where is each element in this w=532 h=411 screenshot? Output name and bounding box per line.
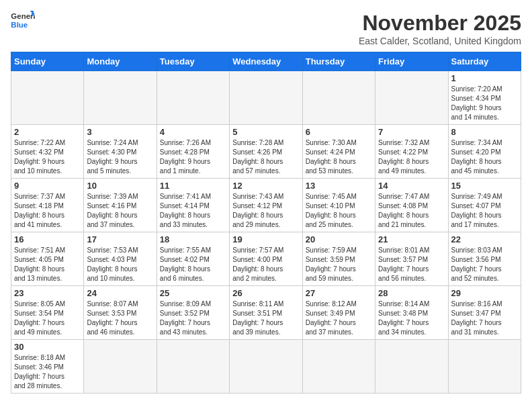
day-info: Sunrise: 7:37 AM Sunset: 4:18 PM Dayligh…	[14, 192, 81, 230]
day-number: 25	[160, 288, 226, 298]
calendar-day-cell	[302, 340, 375, 394]
calendar-day-cell	[84, 340, 157, 394]
svg-text:General: General	[11, 12, 35, 20]
day-info: Sunrise: 7:53 AM Sunset: 4:03 PM Dayligh…	[87, 246, 153, 283]
day-number: 22	[451, 234, 518, 244]
calendar-week-row: 23Sunrise: 8:05 AM Sunset: 3:54 PM Dayli…	[11, 286, 521, 340]
day-number: 11	[160, 181, 226, 191]
calendar-day-cell	[84, 71, 157, 125]
calendar-day-cell: 19Sunrise: 7:57 AM Sunset: 4:00 PM Dayli…	[230, 232, 302, 286]
title-block: November 2025 East Calder, Scotland, Uni…	[359, 11, 521, 46]
calendar-day-cell: 20Sunrise: 7:59 AM Sunset: 3:59 PM Dayli…	[302, 232, 375, 286]
day-number: 9	[14, 181, 81, 191]
day-info: Sunrise: 8:12 AM Sunset: 3:49 PM Dayligh…	[306, 300, 372, 337]
day-info: Sunrise: 8:01 AM Sunset: 3:57 PM Dayligh…	[378, 246, 445, 283]
day-info: Sunrise: 7:32 AM Sunset: 4:22 PM Dayligh…	[378, 138, 445, 176]
calendar-day-cell: 18Sunrise: 7:55 AM Sunset: 4:02 PM Dayli…	[157, 232, 229, 286]
day-number: 5	[232, 127, 299, 137]
calendar-table: SundayMondayTuesdayWednesdayThursdayFrid…	[11, 52, 521, 394]
weekday-header-tuesday: Tuesday	[157, 52, 229, 71]
day-number: 10	[87, 181, 153, 191]
day-info: Sunrise: 7:20 AM Sunset: 4:34 PM Dayligh…	[451, 85, 518, 122]
day-number: 17	[87, 234, 153, 244]
day-number: 7	[378, 127, 445, 137]
day-info: Sunrise: 7:57 AM Sunset: 4:00 PM Dayligh…	[232, 246, 299, 283]
calendar-day-cell: 1Sunrise: 7:20 AM Sunset: 4:34 PM Daylig…	[448, 71, 521, 125]
calendar-day-cell	[375, 340, 448, 394]
weekday-header-monday: Monday	[84, 52, 157, 71]
calendar-day-cell: 24Sunrise: 8:07 AM Sunset: 3:53 PM Dayli…	[84, 286, 157, 340]
calendar-day-cell: 4Sunrise: 7:26 AM Sunset: 4:28 PM Daylig…	[157, 125, 229, 179]
day-info: Sunrise: 7:51 AM Sunset: 4:05 PM Dayligh…	[14, 246, 81, 283]
day-info: Sunrise: 8:07 AM Sunset: 3:53 PM Dayligh…	[87, 300, 153, 337]
calendar-day-cell: 23Sunrise: 8:05 AM Sunset: 3:54 PM Dayli…	[11, 286, 84, 340]
day-info: Sunrise: 8:05 AM Sunset: 3:54 PM Dayligh…	[14, 300, 81, 337]
day-number: 30	[14, 342, 81, 352]
calendar-day-cell	[302, 71, 375, 125]
calendar-day-cell	[11, 71, 84, 125]
calendar-day-cell	[375, 71, 448, 125]
day-info: Sunrise: 8:11 AM Sunset: 3:51 PM Dayligh…	[232, 300, 299, 337]
day-number: 4	[160, 127, 226, 137]
day-number: 6	[306, 127, 372, 137]
day-number: 16	[14, 234, 81, 244]
day-info: Sunrise: 7:55 AM Sunset: 4:02 PM Dayligh…	[160, 246, 226, 283]
calendar-week-row: 16Sunrise: 7:51 AM Sunset: 4:05 PM Dayli…	[11, 232, 521, 286]
day-number: 12	[232, 181, 299, 191]
weekday-header-saturday: Saturday	[448, 52, 521, 71]
calendar-day-cell: 15Sunrise: 7:49 AM Sunset: 4:07 PM Dayli…	[448, 179, 521, 232]
calendar-day-cell: 13Sunrise: 7:45 AM Sunset: 4:10 PM Dayli…	[302, 179, 375, 232]
day-info: Sunrise: 7:39 AM Sunset: 4:16 PM Dayligh…	[87, 192, 153, 230]
weekday-header-row: SundayMondayTuesdayWednesdayThursdayFrid…	[11, 52, 521, 71]
calendar-day-cell: 12Sunrise: 7:43 AM Sunset: 4:12 PM Dayli…	[230, 179, 302, 232]
day-info: Sunrise: 7:22 AM Sunset: 4:32 PM Dayligh…	[14, 138, 81, 176]
weekday-header-sunday: Sunday	[11, 52, 84, 71]
calendar-day-cell: 10Sunrise: 7:39 AM Sunset: 4:16 PM Dayli…	[84, 179, 157, 232]
calendar-day-cell: 8Sunrise: 7:34 AM Sunset: 4:20 PM Daylig…	[448, 125, 521, 179]
calendar-day-cell: 30Sunrise: 8:18 AM Sunset: 3:46 PM Dayli…	[11, 340, 84, 394]
day-number: 26	[232, 288, 299, 298]
day-number: 21	[378, 234, 445, 244]
day-info: Sunrise: 7:59 AM Sunset: 3:59 PM Dayligh…	[306, 246, 372, 283]
day-number: 19	[232, 234, 299, 244]
calendar-day-cell: 16Sunrise: 7:51 AM Sunset: 4:05 PM Dayli…	[11, 232, 84, 286]
day-info: Sunrise: 7:41 AM Sunset: 4:14 PM Dayligh…	[160, 192, 226, 230]
calendar-week-row: 30Sunrise: 8:18 AM Sunset: 3:46 PM Dayli…	[11, 340, 521, 394]
calendar-day-cell: 28Sunrise: 8:14 AM Sunset: 3:48 PM Dayli…	[375, 286, 448, 340]
calendar-week-row: 2Sunrise: 7:22 AM Sunset: 4:32 PM Daylig…	[11, 125, 521, 179]
day-info: Sunrise: 8:03 AM Sunset: 3:56 PM Dayligh…	[451, 246, 518, 283]
day-number: 3	[87, 127, 153, 137]
day-info: Sunrise: 7:28 AM Sunset: 4:26 PM Dayligh…	[232, 138, 299, 176]
day-number: 23	[14, 288, 81, 298]
weekday-header-thursday: Thursday	[302, 52, 375, 71]
day-info: Sunrise: 7:45 AM Sunset: 4:10 PM Dayligh…	[306, 192, 372, 230]
weekday-header-wednesday: Wednesday	[230, 52, 302, 71]
location-subtitle: East Calder, Scotland, United Kingdom	[359, 36, 521, 46]
calendar-week-row: 1Sunrise: 7:20 AM Sunset: 4:34 PM Daylig…	[11, 71, 521, 125]
calendar-day-cell	[230, 71, 302, 125]
calendar-day-cell: 22Sunrise: 8:03 AM Sunset: 3:56 PM Dayli…	[448, 232, 521, 286]
day-number: 15	[451, 181, 518, 191]
calendar-day-cell	[230, 340, 302, 394]
calendar-day-cell: 17Sunrise: 7:53 AM Sunset: 4:03 PM Dayli…	[84, 232, 157, 286]
day-number: 13	[306, 181, 372, 191]
calendar-day-cell: 3Sunrise: 7:24 AM Sunset: 4:30 PM Daylig…	[84, 125, 157, 179]
calendar-day-cell: 9Sunrise: 7:37 AM Sunset: 4:18 PM Daylig…	[11, 179, 84, 232]
day-info: Sunrise: 7:43 AM Sunset: 4:12 PM Dayligh…	[232, 192, 299, 230]
day-info: Sunrise: 7:34 AM Sunset: 4:20 PM Dayligh…	[451, 138, 518, 176]
day-number: 1	[451, 73, 518, 83]
day-number: 18	[160, 234, 226, 244]
calendar-day-cell: 7Sunrise: 7:32 AM Sunset: 4:22 PM Daylig…	[375, 125, 448, 179]
calendar-day-cell: 14Sunrise: 7:47 AM Sunset: 4:08 PM Dayli…	[375, 179, 448, 232]
calendar-day-cell: 2Sunrise: 7:22 AM Sunset: 4:32 PM Daylig…	[11, 125, 84, 179]
calendar-day-cell: 6Sunrise: 7:30 AM Sunset: 4:24 PM Daylig…	[302, 125, 375, 179]
calendar-day-cell: 21Sunrise: 8:01 AM Sunset: 3:57 PM Dayli…	[375, 232, 448, 286]
calendar-day-cell: 26Sunrise: 8:11 AM Sunset: 3:51 PM Dayli…	[230, 286, 302, 340]
logo: General Blue	[11, 11, 35, 31]
calendar-day-cell: 11Sunrise: 7:41 AM Sunset: 4:14 PM Dayli…	[157, 179, 229, 232]
day-info: Sunrise: 8:14 AM Sunset: 3:48 PM Dayligh…	[378, 300, 445, 337]
day-info: Sunrise: 7:49 AM Sunset: 4:07 PM Dayligh…	[451, 192, 518, 230]
day-info: Sunrise: 7:47 AM Sunset: 4:08 PM Dayligh…	[378, 192, 445, 230]
calendar-week-row: 9Sunrise: 7:37 AM Sunset: 4:18 PM Daylig…	[11, 179, 521, 232]
day-number: 14	[378, 181, 445, 191]
